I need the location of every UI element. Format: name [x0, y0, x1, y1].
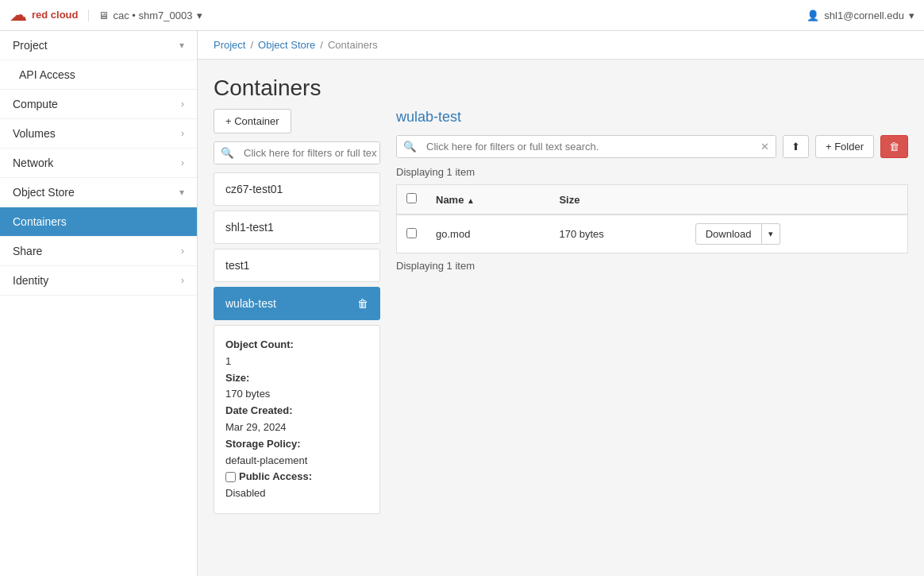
container-list-item[interactable]: shl1-test1: [214, 211, 380, 244]
sidebar-item-label: Project: [13, 39, 48, 52]
chevron-down-icon: ▾: [197, 10, 202, 21]
container-info-panel: Object Count: 1 Size: 170 bytes Date Cre…: [214, 325, 380, 514]
date-created-label: Date Created:: [225, 403, 368, 419]
public-access-value: Disabled: [225, 485, 368, 502]
detail-panel: wulab-test 🔍 ✕ ⬆ + Folder 🗑: [380, 109, 908, 514]
public-access-checkbox[interactable]: [225, 472, 236, 482]
object-count-label: Object Count:: [225, 337, 368, 354]
sidebar-item-label: Network: [13, 157, 53, 169]
container-name: wulab-test: [225, 297, 276, 310]
detail-clear-search-button[interactable]: ✕: [754, 136, 776, 157]
search-icon-button[interactable]: 🔍: [214, 142, 241, 164]
upload-button[interactable]: ⬆: [783, 135, 809, 158]
sidebar-item-volumes[interactable]: Volumes ›: [0, 119, 197, 149]
sidebar-item-label: Share: [13, 245, 42, 257]
add-folder-button[interactable]: + Folder: [815, 135, 874, 158]
breadcrumb-project[interactable]: Project: [214, 39, 245, 51]
table-row: go.mod 170 bytes Download ▾: [397, 215, 908, 253]
size-label: Size:: [225, 370, 368, 387]
container-name: cz67-test01: [225, 183, 283, 195]
sidebar-item-network[interactable]: Network ›: [0, 149, 197, 178]
chevron-right-icon: ›: [181, 275, 184, 286]
sidebar-item-label: Identity: [13, 274, 48, 287]
container-name: test1: [225, 259, 249, 272]
public-access-row: Public Access:: [225, 469, 368, 485]
sidebar-item-project[interactable]: Project ▾: [0, 31, 197, 60]
table-cell-checkbox: [397, 215, 427, 253]
content-area: + Container 🔍 ✕ cz67-test01 shl1-test1 t…: [198, 109, 924, 530]
chevron-right-icon: ›: [181, 99, 184, 110]
sidebar-item-share[interactable]: Share ›: [0, 237, 197, 266]
chevron-down-icon: ▾: [179, 187, 184, 198]
sidebar-item-containers[interactable]: Containers: [0, 207, 197, 237]
trash-icon[interactable]: 🗑: [357, 297, 368, 310]
breadcrumb-containers: Containers: [328, 39, 378, 51]
file-size: 170 bytes: [559, 228, 603, 240]
displaying-count-top: Displaying 1 item: [396, 166, 908, 178]
container-search-input[interactable]: [241, 142, 380, 164]
logo-text: red cloud: [32, 10, 79, 21]
sidebar-item-label: Object Store: [13, 186, 75, 199]
container-list-item[interactable]: test1: [214, 249, 380, 282]
sidebar-item-label: Compute: [13, 98, 58, 110]
user-icon: 👤: [807, 10, 819, 21]
logo: ☁ red cloud: [10, 6, 79, 24]
container-list-item[interactable]: cz67-test01: [214, 172, 380, 206]
sort-arrow-icon: ▲: [467, 196, 475, 205]
size-value: 170 bytes: [225, 386, 368, 403]
main-content: Project / Object Store / Containers Cont…: [198, 31, 924, 576]
container-search-bar: 🔍 ✕: [214, 141, 380, 164]
page-title: Containers: [198, 60, 924, 109]
table-header-checkbox: [397, 185, 427, 215]
table-cell-actions: Download ▾: [686, 215, 908, 253]
sidebar-item-label: Containers: [13, 215, 67, 228]
file-name: go.mod: [436, 228, 470, 240]
trash-icon: 🗑: [889, 141, 899, 153]
user-label: shl1@cornell.edu: [824, 10, 904, 21]
containers-list: + Container 🔍 ✕ cz67-test01 shl1-test1 t…: [214, 109, 380, 514]
navbar-left: ☁ red cloud 🖥 cac • shm7_0003 ▾: [10, 6, 202, 24]
chevron-right-icon: ›: [181, 157, 184, 168]
detail-search-input[interactable]: [423, 136, 754, 157]
date-created-value: Mar 29, 2024: [225, 419, 368, 436]
download-button[interactable]: Download: [695, 223, 762, 245]
delete-container-button[interactable]: 🗑: [880, 135, 908, 158]
items-table: Name ▲ Size g: [396, 184, 908, 253]
container-name: shl1-test1: [225, 221, 274, 234]
breadcrumb-sep1: /: [250, 39, 253, 51]
detail-panel-title: wulab-test: [396, 109, 908, 126]
select-all-checkbox[interactable]: [406, 193, 417, 203]
chevron-down-icon: ▾: [179, 40, 184, 51]
upload-icon: ⬆: [791, 141, 800, 153]
row-checkbox[interactable]: [406, 228, 417, 238]
add-container-button[interactable]: + Container: [214, 109, 291, 133]
navbar-instance[interactable]: 🖥 cac • shm7_0003 ▾: [88, 10, 203, 21]
breadcrumb-sep2: /: [320, 39, 323, 51]
table-cell-name: go.mod: [426, 215, 549, 253]
table-header-actions: [686, 185, 908, 215]
sidebar-item-identity[interactable]: Identity ›: [0, 266, 197, 296]
breadcrumb: Project / Object Store / Containers: [198, 31, 924, 60]
sidebar-item-compute[interactable]: Compute ›: [0, 90, 197, 119]
sidebar: Project ▾ API Access Compute › Volumes ›…: [0, 31, 198, 576]
navbar-right[interactable]: 👤 shl1@cornell.edu ▾: [807, 10, 914, 21]
detail-search-icon-button[interactable]: 🔍: [397, 136, 423, 157]
chevron-right-icon: ›: [181, 128, 184, 139]
chevron-right-icon: ›: [181, 245, 184, 257]
table-header-name: Name ▲: [426, 185, 549, 215]
breadcrumb-object-store[interactable]: Object Store: [258, 39, 315, 51]
detail-toolbar: 🔍 ✕ ⬆ + Folder 🗑: [396, 135, 908, 158]
download-button-group: Download ▾: [695, 223, 780, 245]
sidebar-item-label: API Access: [19, 68, 75, 81]
download-dropdown-button[interactable]: ▾: [762, 223, 780, 245]
cloud-icon: ☁: [10, 6, 27, 24]
chevron-down-icon: ▾: [909, 10, 914, 21]
storage-policy-value: default-placement: [225, 453, 368, 470]
object-count-value: 1: [225, 354, 368, 370]
container-list-item-selected[interactable]: wulab-test 🗑: [214, 287, 380, 320]
instance-label: cac • shm7_0003: [114, 10, 193, 21]
sidebar-item-api-access[interactable]: API Access: [0, 60, 197, 90]
table-cell-size: 170 bytes: [549, 215, 685, 253]
sidebar-item-object-store[interactable]: Object Store ▾: [0, 178, 197, 207]
detail-search-bar: 🔍 ✕: [396, 135, 776, 158]
